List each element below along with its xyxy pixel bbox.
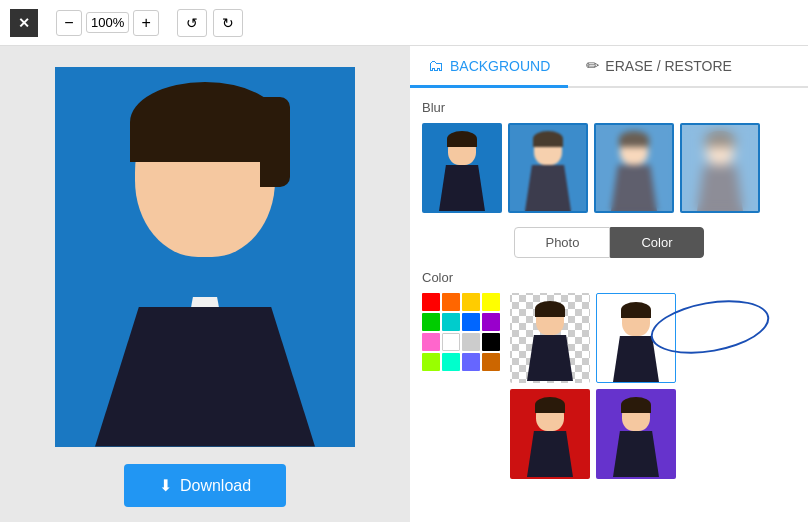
blur-thumb-heavy[interactable] bbox=[680, 123, 760, 213]
download-button[interactable]: ⬇ Download bbox=[124, 464, 286, 507]
color-swatch-amber[interactable] bbox=[462, 293, 480, 311]
body-suit bbox=[95, 307, 315, 447]
color-palette bbox=[422, 293, 500, 371]
zoom-out-icon: − bbox=[64, 14, 73, 32]
color-thumb-transparent[interactable] bbox=[510, 293, 590, 383]
background-tab-label: BACKGROUND bbox=[450, 58, 550, 74]
color-swatch-brown[interactable] bbox=[482, 353, 500, 371]
redo-icon: ↻ bbox=[222, 15, 234, 31]
tp-hair bbox=[535, 301, 565, 317]
photo-toggle-button[interactable]: Photo bbox=[514, 227, 610, 258]
thumb-person bbox=[606, 302, 666, 382]
tp-hair bbox=[621, 397, 651, 413]
color-swatch-cyan[interactable] bbox=[442, 353, 460, 371]
color-swatch-yellow[interactable] bbox=[482, 293, 500, 311]
thumb-person bbox=[520, 397, 580, 477]
color-swatch-red[interactable] bbox=[422, 293, 440, 311]
blur-overlay bbox=[510, 125, 586, 211]
blur-overlay-med bbox=[596, 125, 672, 211]
color-thumb-white[interactable] bbox=[596, 293, 676, 383]
color-thumbs-row1 bbox=[510, 293, 676, 383]
left-panel: ⬇ Download bbox=[0, 46, 410, 522]
tp-hair bbox=[535, 397, 565, 413]
blur-thumb-medium[interactable] bbox=[594, 123, 674, 213]
color-swatch-indigo[interactable] bbox=[462, 353, 480, 371]
close-button[interactable]: ✕ bbox=[10, 9, 38, 37]
tp-hair bbox=[621, 302, 651, 318]
color-thumb-red[interactable] bbox=[510, 389, 590, 479]
download-icon: ⬇ bbox=[159, 476, 172, 495]
zoom-out-button[interactable]: − bbox=[56, 10, 82, 36]
color-swatch-blue[interactable] bbox=[462, 313, 480, 331]
blur-thumb-none[interactable] bbox=[422, 123, 502, 213]
color-swatch-pink[interactable] bbox=[422, 333, 440, 351]
thumb-person bbox=[432, 131, 492, 211]
color-swatch-black[interactable] bbox=[482, 333, 500, 351]
photo-color-toggle: Photo Color bbox=[422, 227, 796, 258]
blur-thumb-light[interactable] bbox=[508, 123, 588, 213]
face-area bbox=[125, 87, 285, 287]
thumb-person bbox=[520, 301, 580, 381]
hair-side bbox=[260, 97, 290, 187]
photo-frame bbox=[55, 67, 355, 447]
history-controls: ↺ ↻ bbox=[177, 9, 243, 37]
blur-section-label: Blur bbox=[422, 100, 796, 115]
zoom-in-button[interactable]: + bbox=[133, 10, 159, 36]
tp-body bbox=[613, 336, 659, 382]
zoom-level: 100% bbox=[86, 12, 129, 33]
tp-body bbox=[527, 335, 573, 381]
tp-body bbox=[613, 431, 659, 477]
color-section bbox=[422, 293, 796, 479]
close-icon: ✕ bbox=[18, 15, 30, 31]
color-swatch-orange[interactable] bbox=[442, 293, 460, 311]
subject-photo bbox=[55, 67, 355, 447]
download-label: Download bbox=[180, 477, 251, 495]
tab-bar: 🗂 BACKGROUND ✏ ERASE / RESTORE bbox=[410, 46, 808, 88]
zoom-in-icon: + bbox=[142, 14, 151, 32]
tab-erase-restore[interactable]: ✏ ERASE / RESTORE bbox=[568, 46, 750, 88]
color-swatch-teal[interactable] bbox=[442, 313, 460, 331]
zoom-controls: − 100% + bbox=[56, 10, 159, 36]
blur-overlay-heavy bbox=[682, 125, 758, 211]
color-section-label: Color bbox=[422, 270, 796, 285]
blur-thumbnails bbox=[422, 123, 796, 213]
toolbar: ✕ − 100% + ↺ ↻ bbox=[0, 0, 808, 46]
color-toggle-button[interactable]: Color bbox=[610, 227, 703, 258]
photo-container bbox=[15, 61, 395, 452]
tab-background[interactable]: 🗂 BACKGROUND bbox=[410, 46, 568, 88]
color-swatch-purple[interactable] bbox=[482, 313, 500, 331]
tp-body bbox=[439, 165, 485, 211]
right-panel: 🗂 BACKGROUND ✏ ERASE / RESTORE Blur bbox=[410, 46, 808, 522]
panel-content[interactable]: Blur bbox=[410, 88, 808, 522]
main-content: ⬇ Download 🗂 BACKGROUND ✏ ERASE / RESTOR… bbox=[0, 46, 808, 522]
color-thumbs-row2 bbox=[510, 389, 676, 479]
hair bbox=[130, 82, 280, 162]
color-thumbs bbox=[510, 293, 676, 479]
background-tab-icon: 🗂 bbox=[428, 57, 444, 75]
undo-button[interactable]: ↺ bbox=[177, 9, 207, 37]
color-swatch-green[interactable] bbox=[422, 313, 440, 331]
color-swatch-gray[interactable] bbox=[462, 333, 480, 351]
redo-button[interactable]: ↻ bbox=[213, 9, 243, 37]
tp-hair bbox=[447, 131, 477, 147]
color-thumb-purple[interactable] bbox=[596, 389, 676, 479]
color-swatch-lime[interactable] bbox=[422, 353, 440, 371]
tp-body bbox=[527, 431, 573, 477]
erase-tab-label: ERASE / RESTORE bbox=[605, 58, 732, 74]
undo-icon: ↺ bbox=[186, 15, 198, 31]
thumb-person bbox=[606, 397, 666, 477]
color-swatch-white[interactable] bbox=[442, 333, 460, 351]
erase-tab-icon: ✏ bbox=[586, 56, 599, 75]
